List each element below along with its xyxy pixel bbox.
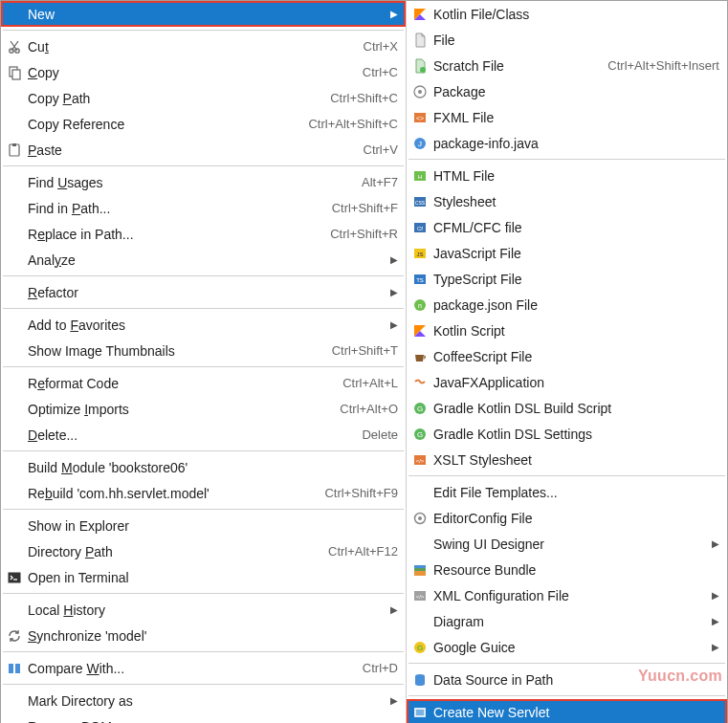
menu-item-label: Show in Explorer	[28, 518, 129, 534]
blank-icon	[5, 342, 24, 360]
copy-path-item[interactable]: Copy PathCtrl+Shift+C	[1, 85, 406, 111]
cfml-icon: Cf	[410, 219, 430, 236]
show-thumbnails-item[interactable]: Show Image ThumbnailsCtrl+Shift+T	[1, 338, 406, 363]
add-favorites-item[interactable]: Add to Favorites▶	[1, 312, 406, 338]
menu-item-label: package-info.java	[433, 136, 539, 151]
package-item[interactable]: Package	[407, 78, 727, 104]
js-icon: JS	[410, 245, 430, 262]
google-guice-item[interactable]: GGoogle Guice▶	[407, 634, 727, 660]
menu-item-label: Delete...	[28, 427, 77, 443]
typescript-file-item[interactable]: TSTypeScript File	[407, 266, 727, 292]
open-terminal-item[interactable]: Open in Terminal	[1, 564, 406, 590]
gradle-build-item[interactable]: GGradle Kotlin DSL Build Script	[407, 395, 727, 421]
find-usages-item[interactable]: Find UsagesAlt+F7	[1, 169, 406, 195]
html-file-item[interactable]: HHTML File	[407, 163, 727, 188]
separator	[3, 684, 404, 685]
paste-item[interactable]: PasteCtrl+V	[1, 137, 406, 163]
build-module-item[interactable]: Build Module 'bookstore06'	[1, 454, 406, 480]
diagram-item[interactable]: Diagram▶	[407, 608, 727, 634]
blank-icon	[5, 317, 24, 334]
javascript-file-item[interactable]: JSJavaScript File	[407, 240, 727, 266]
svg-point-38	[418, 516, 422, 520]
editorconfig-icon	[410, 510, 430, 527]
compare-item[interactable]: Compare With...Ctrl+D	[1, 655, 406, 681]
package-info-item[interactable]: Jpackage-info.java	[407, 130, 727, 156]
optimize-imports-item[interactable]: Optimize ImportsCtrl+Alt+O	[1, 396, 406, 422]
submenu-arrow-icon: ▶	[712, 590, 719, 601]
swing-designer-item[interactable]: Swing UI Designer▶	[407, 531, 727, 557]
stylesheet-item[interactable]: CSSStylesheet	[407, 188, 727, 214]
datasource-item[interactable]: Data Source in Path	[407, 667, 727, 692]
compare-icon	[5, 660, 24, 677]
svg-rect-5	[12, 143, 16, 146]
menu-item-label: Data Source in Path	[433, 672, 553, 688]
copy-item[interactable]: CopyCtrl+C	[1, 59, 406, 85]
analyze-item[interactable]: Analyze▶	[1, 247, 406, 273]
fxml-file-item[interactable]: <>FXML File	[407, 104, 727, 130]
new-item[interactable]: New▶	[1, 1, 406, 27]
svg-rect-39	[414, 571, 426, 576]
create-servlet-item[interactable]: Create New Servlet	[407, 699, 727, 723]
xml-config-item[interactable]: </>XML Configuration File▶	[407, 582, 727, 608]
submenu-arrow-icon: ▶	[390, 319, 398, 330]
reformat-code-item[interactable]: Reformat CodeCtrl+Alt+L	[1, 370, 406, 396]
scratch-file-item[interactable]: Scratch FileCtrl+Alt+Shift+Insert	[407, 53, 727, 78]
local-history-item[interactable]: Local History▶	[1, 597, 406, 623]
show-explorer-item[interactable]: Show in Explorer	[1, 513, 406, 538]
menu-item-label: CFML/CFC file	[433, 220, 522, 235]
ts-icon: TS	[410, 271, 430, 288]
synchronize-item[interactable]: Synchronize 'model'	[1, 623, 406, 648]
svg-rect-6	[9, 572, 21, 582]
xml-icon: </>	[410, 587, 430, 604]
blank-icon	[5, 252, 24, 269]
menu-item-label: Open in Terminal	[28, 570, 129, 585]
remove-bom-item[interactable]: Remove BOM	[1, 713, 406, 723]
menu-item-label: Directory Path	[28, 544, 113, 559]
svg-text:</>: </>	[416, 594, 425, 600]
menu-item-label: Diagram	[433, 614, 484, 629]
package-json-item[interactable]: npackage.json File	[407, 292, 727, 318]
svg-text:CSS: CSS	[415, 200, 426, 206]
replace-in-path-item[interactable]: Replace in Path...Ctrl+Shift+R	[1, 221, 406, 247]
separator	[3, 30, 404, 31]
find-in-path-item[interactable]: Find in Path...Ctrl+Shift+F	[1, 195, 406, 221]
cut-item[interactable]: CutCtrl+X	[1, 33, 406, 59]
separator	[3, 165, 404, 166]
rebuild-item[interactable]: Rebuild 'com.hh.servlet.model'Ctrl+Shift…	[1, 480, 406, 506]
delete-item[interactable]: Delete...Delete	[1, 422, 406, 448]
shortcut-label: Ctrl+Alt+O	[340, 402, 398, 416]
javafx-app-item[interactable]: JavaFXApplication	[407, 369, 727, 395]
blank-icon	[5, 401, 24, 418]
guice-icon: G	[410, 639, 430, 656]
menu-item-label: JavaScript File	[433, 246, 521, 261]
menu-item-label: Kotlin Script	[433, 323, 505, 339]
kotlin-script-item[interactable]: Kotlin Script	[407, 318, 727, 343]
directory-path-item[interactable]: Directory PathCtrl+Alt+F12	[1, 538, 406, 564]
coffeescript-item[interactable]: CoffeeScript File	[407, 343, 727, 369]
menu-item-label: JavaFXApplication	[433, 375, 544, 390]
separator	[3, 593, 404, 594]
resource-bundle-item[interactable]: Resource Bundle	[407, 557, 727, 582]
blank-icon	[5, 543, 24, 560]
cfml-file-item[interactable]: CfCFML/CFC file	[407, 214, 727, 240]
mark-directory-item[interactable]: Mark Directory as▶	[1, 688, 406, 713]
svg-rect-8	[15, 664, 20, 673]
shortcut-label: Ctrl+D	[363, 661, 398, 675]
copy-reference-item[interactable]: Copy ReferenceCtrl+Alt+Shift+C	[1, 111, 406, 137]
xslt-stylesheet-item[interactable]: </>XSLT Stylesheet	[407, 447, 727, 472]
svg-text:H: H	[418, 174, 422, 180]
new-submenu: Kotlin File/ClassFileScratch FileCtrl+Al…	[407, 0, 728, 723]
scratch-icon	[410, 57, 430, 75]
svg-text:J: J	[418, 140, 422, 148]
svg-rect-3	[12, 70, 20, 79]
edit-templates-item[interactable]: Edit File Templates...	[407, 479, 727, 505]
editorconfig-item[interactable]: EditorConfig File	[407, 505, 727, 531]
file-item[interactable]: File	[407, 27, 727, 53]
refactor-item[interactable]: Refactor▶	[1, 279, 406, 305]
menu-item-label: Cut	[28, 39, 49, 55]
menu-item-label: Optimize Imports	[28, 402, 129, 417]
kotlin-file-item[interactable]: Kotlin File/Class	[407, 1, 727, 27]
svg-rect-40	[414, 568, 426, 571]
gradle-settings-item[interactable]: GGradle Kotlin DSL Settings	[407, 421, 727, 447]
blank-icon	[5, 602, 24, 619]
